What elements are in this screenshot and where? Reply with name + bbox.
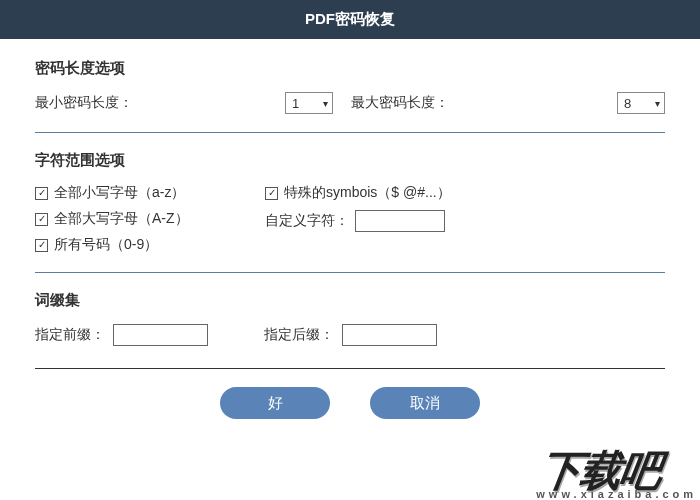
dialog-body: 密码长度选项 最小密码长度： 1 ▾ 最大密码长度： 8 ▾ 字符范围选项 ✓ … xyxy=(0,39,700,419)
length-row: 最小密码长度： 1 ▾ 最大密码长度： 8 ▾ xyxy=(35,92,665,114)
min-length-label: 最小密码长度： xyxy=(35,94,285,112)
divider xyxy=(35,132,665,133)
checkbox-uppercase[interactable]: ✓ 全部大写字母（A-Z） xyxy=(35,210,265,228)
max-length-select[interactable]: 8 ▾ xyxy=(617,92,665,114)
checkbox-lowercase[interactable]: ✓ 全部小写字母（a-z） xyxy=(35,184,265,202)
affix-section-title: 词缀集 xyxy=(35,291,665,310)
dialog-title: PDF密码恢复 xyxy=(305,10,395,27)
dialog-header: PDF密码恢复 xyxy=(0,0,700,39)
divider xyxy=(35,368,665,369)
watermark-url: www.xiazaiba.com xyxy=(537,490,698,500)
checkbox-label: 全部大写字母（A-Z） xyxy=(54,210,189,228)
custom-chars-row: 自定义字符： xyxy=(265,210,451,232)
chevron-down-icon: ▾ xyxy=(323,98,328,109)
chevron-down-icon: ▾ xyxy=(655,98,660,109)
suffix-label: 指定后缀： xyxy=(264,326,334,344)
button-label: 取消 xyxy=(410,394,440,413)
affix-row: 指定前缀： 指定后缀： xyxy=(35,324,665,346)
custom-chars-input[interactable] xyxy=(355,210,445,232)
suffix-input[interactable] xyxy=(342,324,437,346)
max-length-value: 8 xyxy=(624,96,631,111)
length-section-title: 密码长度选项 xyxy=(35,59,665,78)
check-icon: ✓ xyxy=(35,239,48,252)
charset-col-right: ✓ 特殊的symbois（$ @#...） 自定义字符： xyxy=(265,184,451,254)
charset-options: ✓ 全部小写字母（a-z） ✓ 全部大写字母（A-Z） ✓ 所有号码（0-9） … xyxy=(35,184,665,254)
button-label: 好 xyxy=(268,394,283,413)
check-icon: ✓ xyxy=(35,213,48,226)
min-length-value: 1 xyxy=(292,96,299,111)
max-length-label: 最大密码长度： xyxy=(351,94,617,112)
section-affix: 词缀集 指定前缀： 指定后缀： xyxy=(35,291,665,346)
section-charset: 字符范围选项 ✓ 全部小写字母（a-z） ✓ 全部大写字母（A-Z） ✓ 所有号… xyxy=(35,151,665,254)
prefix-input[interactable] xyxy=(113,324,208,346)
check-icon: ✓ xyxy=(265,187,278,200)
charset-section-title: 字符范围选项 xyxy=(35,151,665,170)
button-row: 好 取消 xyxy=(35,387,665,419)
watermark-text: 下载吧 xyxy=(537,447,664,494)
prefix-label: 指定前缀： xyxy=(35,326,105,344)
cancel-button[interactable]: 取消 xyxy=(370,387,480,419)
min-length-select[interactable]: 1 ▾ xyxy=(285,92,333,114)
checkbox-label: 特殊的symbois（$ @#...） xyxy=(284,184,451,202)
section-length: 密码长度选项 最小密码长度： 1 ▾ 最大密码长度： 8 ▾ xyxy=(35,59,665,114)
checkbox-label: 全部小写字母（a-z） xyxy=(54,184,185,202)
watermark: 下载吧 www.xiazaiba.com xyxy=(536,452,700,500)
check-icon: ✓ xyxy=(35,187,48,200)
checkbox-label: 所有号码（0-9） xyxy=(54,236,158,254)
charset-col-left: ✓ 全部小写字母（a-z） ✓ 全部大写字母（A-Z） ✓ 所有号码（0-9） xyxy=(35,184,265,254)
ok-button[interactable]: 好 xyxy=(220,387,330,419)
checkbox-digits[interactable]: ✓ 所有号码（0-9） xyxy=(35,236,265,254)
divider xyxy=(35,272,665,273)
custom-chars-label: 自定义字符： xyxy=(265,212,349,230)
checkbox-symbols[interactable]: ✓ 特殊的symbois（$ @#...） xyxy=(265,184,451,202)
